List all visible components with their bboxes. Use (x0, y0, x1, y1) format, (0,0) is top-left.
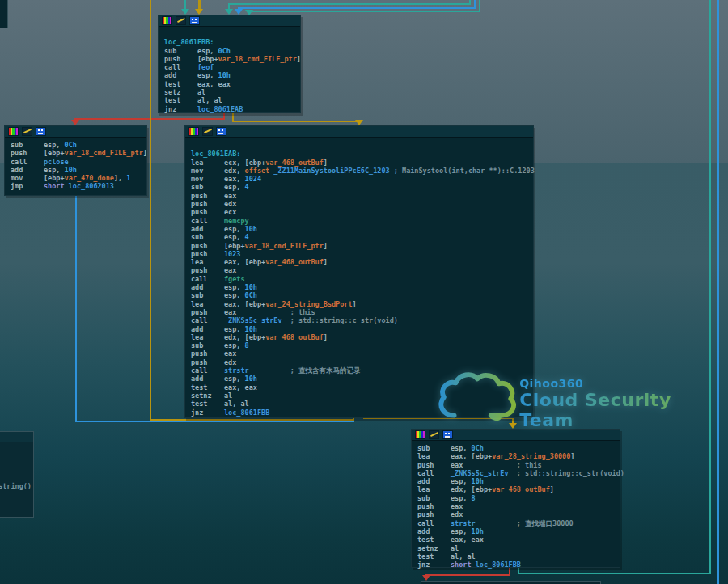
code-line[interactable]: lea eax, [ebp+var_24_string_BsdPort] (191, 300, 533, 308)
code-line[interactable]: add esp, 10h (191, 283, 533, 291)
code-line[interactable]: sub esp, 0Ch (191, 291, 533, 299)
edit-pencil-icon[interactable] (22, 127, 32, 136)
code-line[interactable] (164, 30, 300, 38)
code-line[interactable]: push edx (191, 358, 533, 366)
code-line[interactable]: sub esp, 0Ch (164, 47, 300, 55)
palette-icon[interactable] (162, 16, 172, 25)
collapse-icon[interactable] (216, 127, 226, 136)
code-line[interactable]: add esp, 10h (11, 166, 146, 174)
collapse-icon[interactable] (189, 16, 200, 25)
code-line[interactable]: sub esp, 0Ch (417, 444, 620, 452)
block-title-bar[interactable] (5, 126, 146, 138)
code-line[interactable] (191, 142, 533, 150)
code-line[interactable]: push eax (191, 349, 533, 358)
edge-line (518, 573, 711, 574)
code-line[interactable]: push [ebp+var_18_cmd_FILE_ptr] (191, 242, 533, 250)
palette-icon[interactable] (415, 430, 425, 439)
code-line[interactable]: mov [ebp+var_470_done], 1 (11, 174, 146, 182)
assembly-code[interactable]: sub esp, 0Chlea eax, [ebp+var_28_string_… (412, 441, 620, 569)
block-title-bar[interactable] (412, 430, 620, 441)
code-line[interactable]: test eax, eax (417, 535, 620, 544)
code-line[interactable]: push ecx (191, 208, 533, 216)
code-line[interactable]: push eax (417, 502, 620, 510)
code-line[interactable]: push edx (191, 200, 533, 208)
code-line[interactable]: mov eax, 1024 (191, 175, 533, 183)
code-line[interactable]: add esp, 10h (417, 477, 620, 485)
code-line[interactable]: push 1023 (191, 250, 533, 258)
code-line[interactable]: loc_8061FBB: (164, 38, 300, 46)
edge-line (238, 7, 476, 9)
block-title-bar (0, 432, 33, 442)
collapse-icon[interactable] (36, 127, 46, 136)
edge-arrow (422, 575, 430, 581)
block-title-bar[interactable] (185, 126, 533, 138)
code-line[interactable]: setz al (164, 88, 300, 96)
code-line[interactable]: sub esp, 4 (191, 183, 533, 191)
code-line[interactable]: push [ebp+var_18_cmd_FILE_ptr] (164, 55, 300, 63)
code-line[interactable]: lea eax, [ebp+var_28_string_30000] (417, 452, 620, 460)
code-line[interactable]: sub esp, 8 (417, 494, 620, 502)
code-line[interactable]: add esp, 10h (417, 527, 620, 535)
ida-graph-view: string() loc_8061FBB:sub esp, 0Chpush [e… (0, 0, 728, 584)
edge-arrow (225, 9, 233, 15)
code-line[interactable]: sub esp, 0Ch (11, 141, 146, 149)
code-line[interactable]: call _ZNKSs5c_strEv ; std::string::c_str… (191, 316, 533, 324)
code-line[interactable]: push edx (417, 510, 620, 518)
code-line[interactable]: jnz loc_8061EAB (164, 105, 300, 113)
code-line[interactable]: push eax (191, 266, 533, 274)
code-line[interactable]: lea edx, [ebp+var_468_outBuf] (191, 333, 533, 341)
code-line[interactable]: call strstr ; 查找端口30000 (417, 519, 620, 527)
code-line[interactable]: lea edx, [ebp+var_468_outBuf] (417, 485, 620, 493)
edge-line (150, 0, 151, 421)
basic-block-strstr-30000[interactable]: sub esp, 0Chlea eax, [ebp+var_28_string_… (411, 429, 620, 568)
edge-arrow (181, 9, 189, 15)
code-line[interactable]: add esp, 10h (191, 225, 533, 233)
edge-line (228, 3, 471, 5)
code-line[interactable]: test eax, eax (164, 80, 300, 88)
palette-icon[interactable] (8, 127, 19, 136)
code-line[interactable]: jnz short loc_8061FBB (417, 561, 620, 569)
edit-pencil-icon[interactable] (429, 430, 439, 439)
code-line[interactable]: sub esp, 8 (191, 341, 533, 349)
code-line[interactable]: jmp short loc_8062013 (11, 182, 146, 190)
edit-pencil-icon[interactable] (202, 127, 213, 136)
code-line[interactable]: lea ecx, [ebp+var_468_outBuf] (191, 159, 533, 167)
code-line[interactable]: call fgets (191, 275, 533, 283)
partial-block[interactable] (0, 0, 8, 28)
code-line[interactable]: add esp, 10h (164, 71, 300, 79)
assembly-code[interactable]: sub esp, 0Chpush [ebp+var_18_cmd_FILE_pt… (5, 138, 146, 191)
collapse-icon[interactable] (442, 430, 453, 439)
edit-pencil-icon[interactable] (176, 16, 186, 25)
edge-line (75, 421, 354, 422)
code-line[interactable]: push [ebp+var_18_cmd_FILE_ptr] (11, 149, 146, 157)
assembly-code[interactable]: loc_8061FBB:sub esp, 0Chpush [ebp+var_18… (159, 27, 300, 113)
code-line[interactable]: push eax (191, 192, 533, 200)
code-line[interactable]: lea eax, [ebp+var_468_outBuf] (191, 258, 533, 266)
partial-block[interactable] (421, 581, 601, 584)
code-line[interactable]: call memcpy (191, 217, 533, 225)
partial-block[interactable]: string() (0, 431, 34, 518)
basic-block-pclose[interactable]: sub esp, 0Chpush [ebp+var_18_cmd_FILE_pt… (4, 125, 147, 196)
code-line[interactable]: call pclose (11, 158, 146, 166)
code-line[interactable]: call feof (164, 63, 300, 71)
code-line[interactable]: push eax ; this (417, 461, 620, 469)
partial-code-text: string() (0, 482, 32, 490)
code-line[interactable]: push eax ; this (191, 308, 533, 316)
code-line[interactable]: call _ZNKSs5c_strEv ; std::string::c_str… (417, 469, 620, 477)
edge-line (75, 194, 77, 422)
edge-line (425, 574, 510, 576)
basic-block-loc-8061FBB[interactable]: loc_8061FBB:sub esp, 0Chpush [ebp+var_18… (158, 15, 301, 113)
edge-line (232, 121, 360, 122)
code-line[interactable]: add esp, 10h (191, 325, 533, 333)
edge-arrow (355, 120, 363, 125)
palette-icon[interactable] (188, 127, 199, 136)
edge-line (709, 0, 711, 574)
code-line[interactable]: setnz al (417, 544, 620, 552)
code-line[interactable]: sub esp, 4 (191, 233, 533, 241)
code-line[interactable]: test al, al (164, 96, 300, 104)
code-line[interactable]: test al, al (417, 552, 620, 561)
edge-arrow (71, 120, 79, 125)
code-line[interactable]: mov edx, offset _ZZ11MainSystooliPPcE6C_… (191, 167, 533, 175)
code-line[interactable]: loc_8061EAB: (191, 150, 533, 158)
block-title-bar[interactable] (159, 15, 300, 27)
